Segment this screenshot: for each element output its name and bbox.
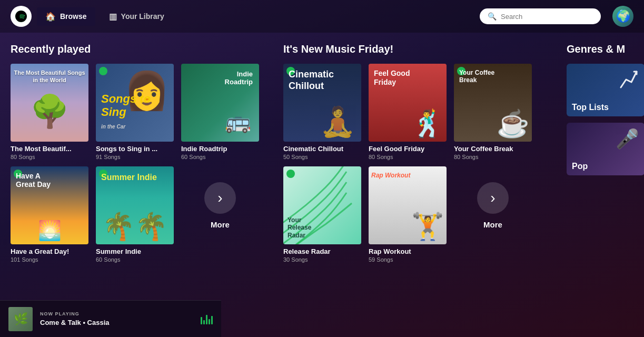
spotify-logo[interactable] (11, 6, 32, 27)
playlist-sub: 80 Songs (454, 154, 532, 160)
list-item[interactable]: IndieRoadtrip 🚌 Indie Roadtrip 60 Songs (181, 64, 259, 160)
top-navigation: 🏠 Browse ▥ Your Library 🔍 (0, 0, 644, 33)
playlist-title: Indie Roadtrip (181, 145, 259, 153)
search-icon: 🔍 (488, 12, 497, 21)
list-item[interactable]: The Most Beautiful Songsin the World 🌳 T… (11, 64, 88, 160)
playlist-art-release-radar: YourReleaseRadar (283, 166, 361, 244)
playlist-sub: 80 Songs (11, 154, 88, 160)
main-content: Recently played The Most Beautiful Songs… (0, 33, 644, 300)
svg-point-2 (101, 69, 105, 73)
playlist-art-coffee: Your CoffeeBreak ☕ (454, 64, 532, 142)
genre-label: Top Lists (572, 103, 609, 112)
browse-label: Browse (60, 12, 87, 21)
list-item[interactable]: Top Lists (567, 64, 644, 116)
search-bar[interactable]: 🔍 (480, 8, 601, 24)
playlist-art-cinematic: CinematicChillout 🧘 (283, 64, 361, 142)
playlist-title: Cinematic Chillout (283, 145, 361, 153)
playlist-art-beautiful: The Most Beautiful Songsin the World 🌳 (11, 64, 88, 142)
list-item[interactable]: 🎤 Pop (567, 123, 644, 175)
now-playing-visualizer (201, 314, 213, 324)
playlist-sub: 50 Songs (283, 154, 361, 160)
more-button-recently-played[interactable]: › More (181, 166, 259, 244)
list-item[interactable]: 👩 Songs toSingin the Car Songs to Sing i… (96, 64, 174, 160)
playlist-title: Rap Workout (369, 247, 447, 255)
more-circle-icon: › (204, 182, 236, 214)
playlist-art-sing: 👩 Songs toSingin the Car (96, 64, 174, 142)
playlist-title: Feel Good Friday (369, 145, 447, 153)
your-library-button[interactable]: ▥ Your Library (101, 7, 173, 26)
playlist-art-summer: Summer Indie 🌴🌴 (96, 166, 174, 244)
now-playing-label: NOW PLAYING (40, 311, 193, 316)
list-item[interactable]: Rap Workout 🏋️ Rap Workout 59 Songs (369, 166, 447, 263)
more-button-new-music[interactable]: › More (454, 166, 532, 244)
playlist-title: Summer Indie (96, 247, 174, 255)
chart-icon (618, 69, 639, 95)
playlist-art-feel-good: Feel GoodFriday 🕺 (369, 64, 447, 142)
playlist-title: The Most Beautif... (11, 145, 88, 153)
now-playing-song: Come & Talk • Cassia (40, 319, 193, 326)
playlist-sub: 101 Songs (11, 256, 88, 263)
playlist-sub: 59 Songs (369, 256, 447, 263)
browse-button[interactable]: 🏠 Browse (37, 7, 95, 26)
new-music-grid: CinematicChillout 🧘 Cinematic Chillout 5… (283, 64, 541, 263)
new-music-title: It's New Music Friday! (283, 43, 541, 55)
more-label: More (483, 220, 502, 229)
list-item[interactable]: YourReleaseRadar Release Radar 30 Songs (283, 166, 361, 263)
playlist-sub: 60 Songs (181, 154, 259, 160)
playlist-sub: 80 Songs (369, 154, 447, 160)
recently-played-section: Recently played The Most Beautiful Songs… (0, 43, 269, 300)
list-item[interactable]: Summer Indie 🌴🌴 Summer Indie 60 Songs (96, 166, 174, 263)
library-icon: ▥ (109, 12, 117, 22)
now-playing-thumbnail: 🌿 (8, 307, 33, 331)
list-item[interactable]: Have AGreat Day 🌅 Have a Great Day! 101 … (11, 166, 88, 263)
more-circle-icon: › (477, 182, 509, 214)
home-icon: 🏠 (45, 12, 56, 22)
genre-label: Pop (572, 162, 588, 171)
avatar[interactable] (612, 6, 633, 27)
recently-played-title: Recently played (11, 43, 258, 55)
playlist-art-rap-workout: Rap Workout 🏋️ (369, 166, 447, 244)
playlist-sub: 60 Songs (96, 256, 174, 263)
playlist-title: Have a Great Day! (11, 247, 88, 255)
genres-grid: Top Lists 🎤 Pop (567, 64, 640, 175)
playlist-art-indie: IndieRoadtrip 🚌 (181, 64, 259, 142)
microphone-icon: 🎤 (616, 128, 639, 150)
new-music-friday-section: It's New Music Friday! CinematicChillout… (273, 43, 552, 300)
recently-played-grid: The Most Beautiful Songsin the World 🌳 T… (11, 64, 258, 263)
playlist-title: Release Radar (283, 247, 361, 255)
list-item[interactable]: CinematicChillout 🧘 Cinematic Chillout 5… (283, 64, 361, 160)
spotify-dot-indicator (99, 67, 107, 75)
now-playing-bar: 🌿 NOW PLAYING Come & Talk • Cassia (0, 300, 221, 337)
search-input[interactable] (501, 13, 593, 21)
playlist-art-great-day: Have AGreat Day 🌅 (11, 166, 88, 244)
playlist-title: Your Coffee Break (454, 145, 532, 153)
list-item[interactable]: Your CoffeeBreak ☕ Your Coffee Break 80 … (454, 64, 532, 160)
library-label: Your Library (121, 12, 164, 21)
list-item[interactable]: Feel GoodFriday 🕺 Feel Good Friday 80 So… (369, 64, 447, 160)
now-playing-info: NOW PLAYING Come & Talk • Cassia (40, 311, 193, 326)
genres-title: Genres & M (567, 43, 640, 55)
genres-section: Genres & M Top Lists 🎤 Pop (556, 43, 644, 300)
playlist-sub: 30 Songs (283, 256, 361, 263)
more-label: More (211, 220, 230, 229)
playlist-sub: 91 Songs (96, 154, 174, 160)
playlist-title: Songs to Sing in ... (96, 145, 174, 153)
